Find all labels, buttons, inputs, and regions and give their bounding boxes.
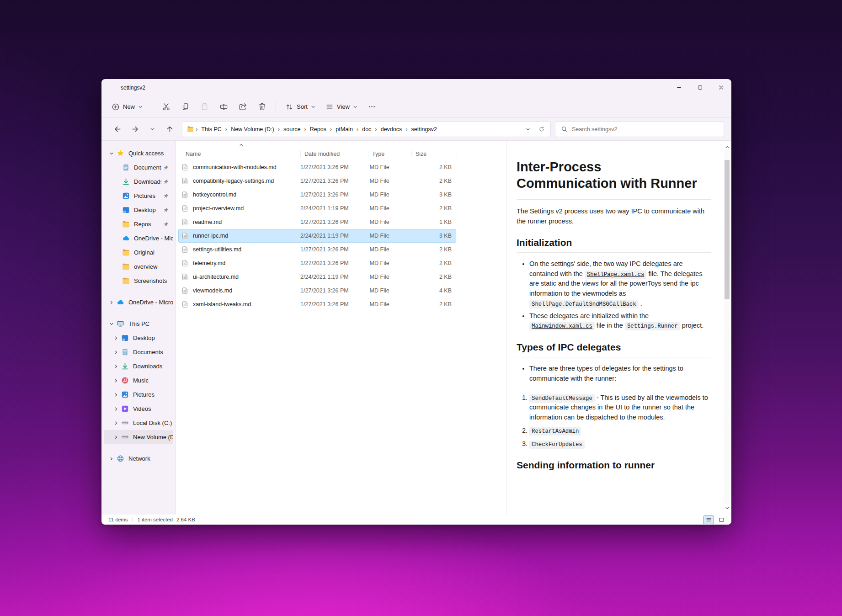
scrollbar-track[interactable] xyxy=(724,151,730,504)
more-options-button[interactable] xyxy=(363,99,381,115)
sidebar-item-videos[interactable]: Videos xyxy=(104,402,173,416)
column-header-name[interactable]: Name xyxy=(181,151,300,157)
address-bar[interactable]: ›This PC›New Volume (D:)›source›Repos›pt… xyxy=(182,121,551,137)
sidebar-item-pictures[interactable]: Pictures xyxy=(104,189,173,203)
tree-chevron[interactable] xyxy=(107,300,117,305)
sidebar-item-desktop[interactable]: Desktop xyxy=(104,331,173,345)
breadcrumb-item[interactable]: ptMain xyxy=(333,125,356,134)
sidebar-item-quick-access[interactable]: Quick access xyxy=(104,146,173,160)
large-thumbnails-view-toggle[interactable] xyxy=(716,515,727,524)
file-name-cell: xaml-island-tweaks.md xyxy=(178,301,297,308)
address-dropdown-button[interactable] xyxy=(521,123,535,136)
file-row[interactable]: compatibility-legacy-settings.md1/27/202… xyxy=(178,174,456,188)
forward-button[interactable] xyxy=(126,122,144,137)
file-row[interactable]: ui-architecture.md2/24/2021 1:19 PMMD Fi… xyxy=(178,270,456,284)
file-size: 4 KB xyxy=(412,287,456,294)
sidebar-item-documents[interactable]: Documents xyxy=(104,160,173,175)
file-row[interactable]: xaml-island-tweaks.md1/27/2021 3:26 PMMD… xyxy=(178,297,456,311)
copy-button[interactable] xyxy=(176,99,194,115)
tree-chevron[interactable] xyxy=(111,336,121,340)
maximize-button[interactable] xyxy=(689,79,710,96)
view-icon xyxy=(325,103,334,111)
sidebar-item-screenshots[interactable]: Screenshots xyxy=(104,274,173,288)
scroll-down-button[interactable] xyxy=(724,504,730,512)
new-button[interactable]: New xyxy=(107,99,147,115)
sidebar-item-desktop[interactable]: Desktop xyxy=(104,203,173,217)
scroll-up-button[interactable] xyxy=(724,143,730,151)
document-icon xyxy=(122,164,130,171)
scrollbar-thumb[interactable] xyxy=(725,160,730,299)
cut-button[interactable] xyxy=(157,99,175,115)
tree-chevron[interactable] xyxy=(107,322,117,326)
sidebar-item-original[interactable]: Original xyxy=(104,245,173,260)
tree-chevron[interactable] xyxy=(107,457,117,461)
minimize-button[interactable] xyxy=(668,79,689,96)
sidebar-item-pictures[interactable]: Pictures xyxy=(104,388,173,402)
breadcrumb-item[interactable]: doc xyxy=(359,125,374,134)
breadcrumb-item[interactable]: Repos xyxy=(307,125,329,134)
breadcrumb-item[interactable]: source xyxy=(281,125,304,134)
up-button[interactable] xyxy=(161,122,178,137)
file-row[interactable]: communication-with-modules.md1/27/2021 3… xyxy=(178,160,456,174)
file-row[interactable]: settings-utilities.md1/27/2021 3:26 PMMD… xyxy=(178,243,456,256)
file-row[interactable]: hotkeycontrol.md1/27/2021 3:26 PMMD File… xyxy=(178,188,456,202)
forward-arrow-icon xyxy=(131,125,139,133)
breadcrumb-item[interactable]: devdocs xyxy=(378,125,405,134)
tree-chevron[interactable] xyxy=(111,421,121,425)
search-box[interactable]: Search settingsv2 xyxy=(555,121,724,137)
pin-icon xyxy=(163,193,169,199)
tree-chevron[interactable] xyxy=(111,393,121,397)
sidebar-item-downloads[interactable]: Downloads xyxy=(104,359,173,373)
sidebar-item-onedrive-micros[interactable]: OneDrive - Micros xyxy=(104,231,173,245)
sort-button[interactable]: Sort xyxy=(281,99,320,115)
sidebar-item-onedrive-microsof[interactable]: OneDrive - Microsof xyxy=(104,295,173,309)
breadcrumb-item[interactable]: New Volume (D:) xyxy=(228,125,277,134)
tree-chevron[interactable] xyxy=(107,151,117,156)
column-header-type[interactable]: Type xyxy=(368,151,411,157)
tree-chevron[interactable] xyxy=(111,378,121,383)
file-row[interactable]: viewmodels.md1/27/2021 3:26 PMMD File4 K… xyxy=(178,284,456,297)
share-button[interactable] xyxy=(234,99,252,115)
file-row[interactable]: telemetry.md1/27/2021 3:26 PMMD File2 KB xyxy=(178,256,456,270)
delete-button[interactable] xyxy=(253,99,271,115)
title-bar[interactable]: settingsv2 xyxy=(101,79,731,96)
preview-scrollbar[interactable] xyxy=(724,143,730,512)
md-file-icon xyxy=(181,260,189,267)
sidebar-item-repos[interactable]: Repos xyxy=(104,217,173,231)
tree-chevron[interactable] xyxy=(111,364,121,369)
sidebar-item-documents[interactable]: Documents xyxy=(104,345,173,359)
file-row[interactable]: project-overview.md2/24/2021 1:19 PMMD F… xyxy=(178,202,456,215)
sidebar-item-overview[interactable]: overview xyxy=(104,260,173,274)
inline-code-link[interactable]: Mainwindow.xaml.cs xyxy=(529,322,595,330)
file-name: project-overview.md xyxy=(193,205,244,212)
details-view-toggle[interactable] xyxy=(703,515,714,524)
recent-locations-button[interactable] xyxy=(144,122,161,137)
sidebar-item-network[interactable]: Network xyxy=(104,451,173,466)
sidebar-item-downloads[interactable]: Downloads xyxy=(104,175,173,189)
sidebar-item-this-pc[interactable]: This PC xyxy=(104,317,173,331)
file-name-cell: hotkeycontrol.md xyxy=(178,191,297,198)
breadcrumb-item[interactable]: settingsv2 xyxy=(409,125,440,134)
column-header-date-modified[interactable]: Date modified xyxy=(300,151,368,157)
sidebar-item-local-disk-c[interactable]: Local Disk (C:) xyxy=(104,416,173,430)
file-name-cell: readme.md xyxy=(178,218,297,226)
view-button[interactable]: View xyxy=(321,99,362,115)
sidebar-item-music[interactable]: Music xyxy=(104,373,173,388)
file-row[interactable]: runner-ipc.md2/24/2021 1:19 PMMD File3 K… xyxy=(178,229,456,243)
tree-chevron[interactable] xyxy=(111,407,121,411)
md-file-icon xyxy=(181,273,189,281)
sidebar-item-label: Network xyxy=(128,455,173,462)
inline-code-link[interactable]: ShellPage.xaml.cs xyxy=(585,271,646,279)
refresh-button[interactable] xyxy=(535,123,549,136)
close-button[interactable] xyxy=(710,79,731,96)
file-row[interactable]: readme.md1/27/2021 3:26 PMMD File1 KB xyxy=(178,215,456,229)
back-button[interactable] xyxy=(109,122,126,137)
chevron-down-icon xyxy=(353,105,357,109)
sidebar-item-new-volume-d[interactable]: New Volume (D:) xyxy=(104,430,173,444)
breadcrumb-item[interactable]: This PC xyxy=(198,125,224,134)
tree-chevron[interactable] xyxy=(111,350,121,355)
tree-chevron[interactable] xyxy=(111,435,121,440)
column-header-size[interactable]: Size xyxy=(411,151,457,157)
paste-button[interactable] xyxy=(195,99,213,115)
rename-button[interactable] xyxy=(214,99,233,115)
